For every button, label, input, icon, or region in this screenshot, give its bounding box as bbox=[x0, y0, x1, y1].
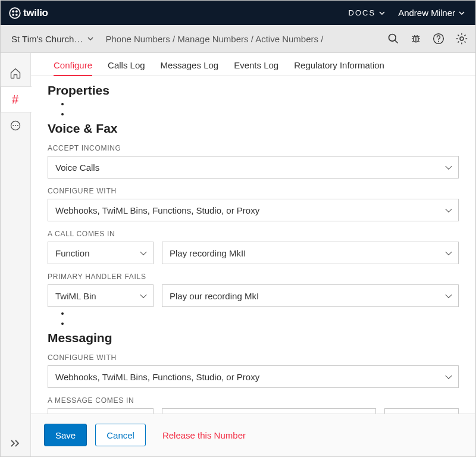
hash-icon: # bbox=[10, 93, 22, 106]
tab-events-log[interactable]: Events Log bbox=[234, 58, 278, 76]
msg-configure-with-label: CONFIGURE WITH bbox=[48, 353, 459, 362]
svg-point-23 bbox=[15, 125, 16, 126]
svg-point-5 bbox=[389, 35, 396, 42]
save-button[interactable]: Save bbox=[44, 424, 87, 446]
cancel-button[interactable]: Cancel bbox=[95, 424, 146, 446]
project-switcher[interactable]: St Tim's Church… bbox=[11, 34, 93, 44]
accept-incoming-select[interactable]: Voice Calls bbox=[48, 156, 459, 179]
svg-point-3 bbox=[12, 13, 14, 15]
user-name: Andrew Milner bbox=[398, 8, 455, 18]
release-number-link[interactable]: Release this Number bbox=[162, 430, 246, 440]
svg-point-24 bbox=[17, 125, 18, 126]
chevron-down-icon bbox=[459, 11, 465, 15]
sidebar-more[interactable] bbox=[1, 112, 31, 139]
sub-nav: St Tim's Church… Phone Numbers / Manage … bbox=[1, 25, 475, 53]
tab-regulatory[interactable]: Regulatory Information bbox=[294, 58, 384, 76]
svg-line-14 bbox=[418, 40, 419, 42]
messaging-heading: Messaging bbox=[48, 331, 459, 345]
svg-line-6 bbox=[395, 40, 398, 43]
svg-point-19 bbox=[460, 37, 464, 40]
footer: Save Cancel Release this Number bbox=[31, 414, 475, 456]
chevron-down-icon bbox=[87, 37, 93, 40]
vf-extra-list bbox=[70, 308, 459, 328]
svg-line-12 bbox=[418, 36, 419, 37]
docs-label: DOCS bbox=[349, 8, 376, 17]
accept-incoming-label: ACCEPT INCOMING bbox=[48, 144, 459, 152]
project-name: St Tim's Church… bbox=[11, 34, 83, 44]
settings-icon[interactable] bbox=[455, 32, 468, 45]
msg-configure-with-select[interactable]: Webhooks, TwiML Bins, Functions, Studio,… bbox=[48, 365, 459, 388]
sidebar-phone-numbers[interactable]: # bbox=[1, 86, 32, 112]
debug-icon[interactable] bbox=[410, 33, 422, 45]
vf-configure-with-label: CONFIGURE WITH bbox=[48, 187, 459, 195]
svg-point-2 bbox=[15, 10, 18, 12]
twilio-logo-icon bbox=[9, 7, 21, 19]
svg-point-22 bbox=[12, 125, 14, 126]
home-icon bbox=[10, 67, 21, 79]
brand-text: twilio bbox=[23, 7, 48, 19]
vf-configure-with-select[interactable]: Webhooks, TwiML Bins, Functions, Studio,… bbox=[48, 199, 459, 221]
fail-target-select[interactable]: Play our recording MkI bbox=[162, 284, 459, 307]
content: Properties Voice & Fax ACCEPT INCOMING V… bbox=[31, 76, 475, 414]
more-icon bbox=[10, 120, 21, 132]
svg-point-0 bbox=[10, 8, 20, 18]
sidebar-expand[interactable] bbox=[1, 439, 30, 448]
chevron-down-icon bbox=[379, 11, 385, 15]
top-nav: twilio DOCS Andrew Milner bbox=[1, 1, 475, 25]
svg-line-11 bbox=[412, 36, 414, 37]
tab-messages-log[interactable]: Messages Log bbox=[161, 58, 219, 76]
expand-icon bbox=[10, 439, 21, 448]
svg-point-1 bbox=[12, 10, 14, 12]
logo[interactable]: twilio bbox=[9, 7, 48, 19]
docs-link[interactable]: DOCS bbox=[349, 8, 386, 17]
properties-list bbox=[70, 99, 459, 119]
msg-comes-in-label: A MESSAGE COMES IN bbox=[48, 396, 459, 405]
call-target-select[interactable]: Play recording MkII bbox=[162, 242, 459, 264]
svg-line-15 bbox=[415, 35, 415, 36]
svg-point-4 bbox=[15, 13, 18, 15]
fail-type-value: TwiML Bin bbox=[55, 291, 96, 301]
fail-target-value: Play our recording MkI bbox=[170, 291, 259, 301]
svg-line-13 bbox=[412, 40, 414, 42]
search-icon[interactable] bbox=[387, 33, 399, 45]
msg-configure-with-value: Webhooks, TwiML Bins, Functions, Studio,… bbox=[55, 372, 259, 382]
svg-text:#: # bbox=[12, 93, 19, 106]
help-icon[interactable] bbox=[433, 33, 444, 45]
voice-fax-heading: Voice & Fax bbox=[48, 121, 459, 136]
svg-line-16 bbox=[417, 35, 418, 36]
properties-heading: Properties bbox=[48, 83, 459, 98]
primary-fails-label: PRIMARY HANDLER FAILS bbox=[48, 273, 459, 281]
breadcrumb: Phone Numbers / Manage Numbers / Active … bbox=[105, 34, 387, 44]
accept-incoming-value: Voice Calls bbox=[55, 162, 99, 173]
call-type-value: Function bbox=[55, 248, 90, 258]
svg-point-18 bbox=[438, 41, 439, 42]
call-type-select[interactable]: Function bbox=[48, 242, 154, 264]
tab-configure[interactable]: Configure bbox=[54, 58, 92, 76]
msg-type-select[interactable]: Webhook bbox=[48, 408, 154, 414]
sidebar-home[interactable] bbox=[1, 60, 31, 86]
vf-configure-with-value: Webhooks, TwiML Bins, Functions, Studio,… bbox=[55, 205, 259, 215]
call-comes-in-label: A CALL COMES IN bbox=[48, 230, 459, 238]
sidebar: # bbox=[1, 53, 31, 456]
tab-calls-log[interactable]: Calls Log bbox=[108, 58, 145, 76]
msg-url-input[interactable]: https://demo.twilio.com/welcome/sms/repl… bbox=[162, 408, 376, 414]
call-target-value: Play recording MkII bbox=[170, 248, 246, 258]
user-menu[interactable]: Andrew Milner bbox=[398, 8, 465, 18]
msg-method-select[interactable]: HTTP POST bbox=[384, 408, 459, 414]
tabs: Configure Calls Log Messages Log Events … bbox=[31, 53, 475, 76]
fail-type-select[interactable]: TwiML Bin bbox=[48, 284, 154, 307]
